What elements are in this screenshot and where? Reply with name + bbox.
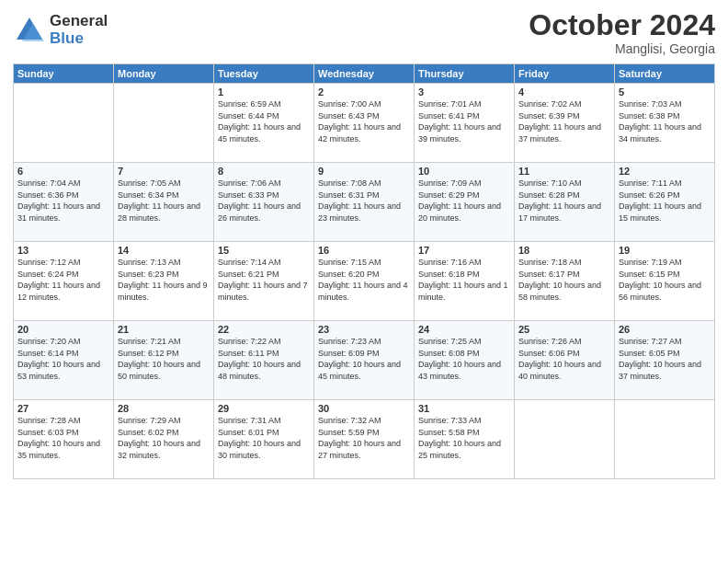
calendar-cell: 11Sunrise: 7:10 AMSunset: 6:28 PMDayligh… <box>515 163 615 242</box>
calendar-row-2: 13Sunrise: 7:12 AMSunset: 6:24 PMDayligh… <box>14 242 715 321</box>
calendar-cell: 27Sunrise: 7:28 AMSunset: 6:03 PMDayligh… <box>14 400 114 479</box>
daylight: Daylight: 11 hours and 26 minutes. <box>218 201 301 223</box>
day-info: Sunrise: 7:12 AMSunset: 6:24 PMDaylight:… <box>17 257 109 303</box>
sunset: Sunset: 6:06 PM <box>518 349 580 358</box>
day-info: Sunrise: 7:10 AMSunset: 6:28 PMDaylight:… <box>518 178 610 224</box>
sunrise: Sunrise: 7:23 AM <box>318 337 381 346</box>
sunrise: Sunrise: 7:03 AM <box>619 99 682 109</box>
sunrise: Sunrise: 7:12 AM <box>17 258 81 267</box>
sunrise: Sunrise: 7:21 AM <box>118 337 181 346</box>
day-number: 26 <box>619 324 711 335</box>
sunrise: Sunrise: 7:01 AM <box>418 99 482 109</box>
sunset: Sunset: 5:58 PM <box>418 428 480 437</box>
calendar-cell: 5Sunrise: 7:03 AMSunset: 6:38 PMDaylight… <box>615 84 715 163</box>
day-number: 29 <box>218 403 310 414</box>
daylight: Daylight: 11 hours and 42 minutes. <box>318 122 401 144</box>
calendar-cell: 16Sunrise: 7:15 AMSunset: 6:20 PMDayligh… <box>314 242 415 321</box>
calendar-cell: 9Sunrise: 7:08 AMSunset: 6:31 PMDaylight… <box>314 163 415 242</box>
sunrise: Sunrise: 7:18 AM <box>518 258 582 267</box>
calendar-row-0: 1Sunrise: 6:59 AMSunset: 6:44 PMDaylight… <box>14 84 715 163</box>
day-info: Sunrise: 7:22 AMSunset: 6:11 PMDaylight:… <box>218 336 310 382</box>
day-number: 14 <box>118 245 210 256</box>
sunrise: Sunrise: 7:19 AM <box>619 258 682 267</box>
sunset: Sunset: 6:20 PM <box>318 270 380 279</box>
daylight: Daylight: 10 hours and 53 minutes. <box>17 360 100 381</box>
day-info: Sunrise: 7:32 AMSunset: 5:59 PMDaylight:… <box>318 415 410 461</box>
calendar-cell: 6Sunrise: 7:04 AMSunset: 6:36 PMDaylight… <box>14 163 114 242</box>
sunset: Sunset: 6:31 PM <box>318 190 380 200</box>
sunset: Sunset: 6:38 PM <box>619 111 680 121</box>
sunrise: Sunrise: 7:27 AM <box>619 337 682 346</box>
daylight: Daylight: 10 hours and 50 minutes. <box>118 360 200 381</box>
sunset: Sunset: 6:23 PM <box>118 270 179 279</box>
day-info: Sunrise: 7:14 AMSunset: 6:21 PMDaylight:… <box>218 257 310 303</box>
calendar-cell: 25Sunrise: 7:26 AMSunset: 6:06 PMDayligh… <box>515 321 615 400</box>
calendar-cell: 29Sunrise: 7:31 AMSunset: 6:01 PMDayligh… <box>214 400 314 479</box>
day-number: 5 <box>619 86 711 98</box>
calendar-cell: 8Sunrise: 7:06 AMSunset: 6:33 PMDaylight… <box>214 163 314 242</box>
daylight: Daylight: 11 hours and 12 minutes. <box>17 281 100 302</box>
sunset: Sunset: 6:17 PM <box>518 270 580 279</box>
calendar-table: SundayMondayTuesdayWednesdayThursdayFrid… <box>13 63 715 479</box>
daylight: Daylight: 10 hours and 35 minutes. <box>17 439 100 460</box>
day-number: 20 <box>17 324 109 335</box>
calendar-cell: 17Sunrise: 7:16 AMSunset: 6:18 PMDayligh… <box>415 242 515 321</box>
daylight: Daylight: 10 hours and 25 minutes. <box>418 439 501 460</box>
sunset: Sunset: 6:39 PM <box>518 111 580 121</box>
sunset: Sunset: 6:18 PM <box>418 270 480 279</box>
sunrise: Sunrise: 7:13 AM <box>118 258 181 267</box>
sunset: Sunset: 6:01 PM <box>218 428 279 437</box>
daylight: Daylight: 10 hours and 32 minutes. <box>118 439 200 460</box>
calendar-cell: 1Sunrise: 6:59 AMSunset: 6:44 PMDaylight… <box>214 84 314 163</box>
daylight: Daylight: 11 hours and 45 minutes. <box>218 122 301 144</box>
calendar-cell: 31Sunrise: 7:33 AMSunset: 5:58 PMDayligh… <box>415 400 515 479</box>
calendar-cell: 18Sunrise: 7:18 AMSunset: 6:17 PMDayligh… <box>515 242 615 321</box>
day-info: Sunrise: 7:33 AMSunset: 5:58 PMDaylight:… <box>418 415 510 461</box>
day-info: Sunrise: 7:13 AMSunset: 6:23 PMDaylight:… <box>118 257 210 303</box>
logo-general: General <box>50 13 108 30</box>
weekday-header-wednesday: Wednesday <box>314 64 415 84</box>
sunrise: Sunrise: 7:16 AM <box>418 258 482 267</box>
sunset: Sunset: 6:36 PM <box>17 190 79 200</box>
sunrise: Sunrise: 6:59 AM <box>218 99 281 109</box>
sunset: Sunset: 6:28 PM <box>518 190 580 200</box>
calendar-cell: 19Sunrise: 7:19 AMSunset: 6:15 PMDayligh… <box>615 242 715 321</box>
subtitle: Manglisi, Georgia <box>529 41 715 56</box>
day-info: Sunrise: 7:28 AMSunset: 6:03 PMDaylight:… <box>17 415 109 461</box>
day-info: Sunrise: 7:01 AMSunset: 6:41 PMDaylight:… <box>418 98 510 144</box>
day-info: Sunrise: 7:21 AMSunset: 6:12 PMDaylight:… <box>118 336 210 382</box>
calendar-cell: 14Sunrise: 7:13 AMSunset: 6:23 PMDayligh… <box>114 242 214 321</box>
weekday-header-tuesday: Tuesday <box>214 64 314 84</box>
sunset: Sunset: 6:15 PM <box>619 270 680 279</box>
day-number: 25 <box>518 324 610 335</box>
day-info: Sunrise: 7:02 AMSunset: 6:39 PMDaylight:… <box>518 98 610 144</box>
daylight: Daylight: 11 hours and 9 minutes. <box>118 281 208 302</box>
sunrise: Sunrise: 7:06 AM <box>218 178 281 188</box>
calendar-cell: 2Sunrise: 7:00 AMSunset: 6:43 PMDaylight… <box>314 84 415 163</box>
day-info: Sunrise: 7:05 AMSunset: 6:34 PMDaylight:… <box>118 178 210 224</box>
day-number: 30 <box>318 403 410 414</box>
sunrise: Sunrise: 7:09 AM <box>418 178 482 188</box>
day-number: 1 <box>218 86 310 98</box>
daylight: Daylight: 11 hours and 34 minutes. <box>619 122 701 144</box>
calendar-cell: 21Sunrise: 7:21 AMSunset: 6:12 PMDayligh… <box>114 321 214 400</box>
daylight: Daylight: 10 hours and 37 minutes. <box>619 360 701 381</box>
day-number: 18 <box>518 245 610 256</box>
day-info: Sunrise: 7:20 AMSunset: 6:14 PMDaylight:… <box>17 336 109 382</box>
day-number: 31 <box>418 403 510 414</box>
day-number: 16 <box>318 245 410 256</box>
day-number: 17 <box>418 245 510 256</box>
calendar-row-3: 20Sunrise: 7:20 AMSunset: 6:14 PMDayligh… <box>14 321 715 400</box>
day-info: Sunrise: 7:03 AMSunset: 6:38 PMDaylight:… <box>619 98 711 144</box>
day-info: Sunrise: 7:15 AMSunset: 6:20 PMDaylight:… <box>318 257 410 303</box>
daylight: Daylight: 11 hours and 31 minutes. <box>17 201 100 223</box>
calendar-cell: 15Sunrise: 7:14 AMSunset: 6:21 PMDayligh… <box>214 242 314 321</box>
day-info: Sunrise: 7:18 AMSunset: 6:17 PMDaylight:… <box>518 257 610 303</box>
sunrise: Sunrise: 7:26 AM <box>518 337 582 346</box>
calendar-cell: 20Sunrise: 7:20 AMSunset: 6:14 PMDayligh… <box>14 321 114 400</box>
calendar-page: General Blue October 2024 Manglisi, Geor… <box>0 0 728 563</box>
logo-text: General Blue <box>50 13 108 47</box>
day-number: 22 <box>218 324 310 335</box>
daylight: Daylight: 10 hours and 56 minutes. <box>619 281 701 302</box>
calendar-cell: 13Sunrise: 7:12 AMSunset: 6:24 PMDayligh… <box>14 242 114 321</box>
